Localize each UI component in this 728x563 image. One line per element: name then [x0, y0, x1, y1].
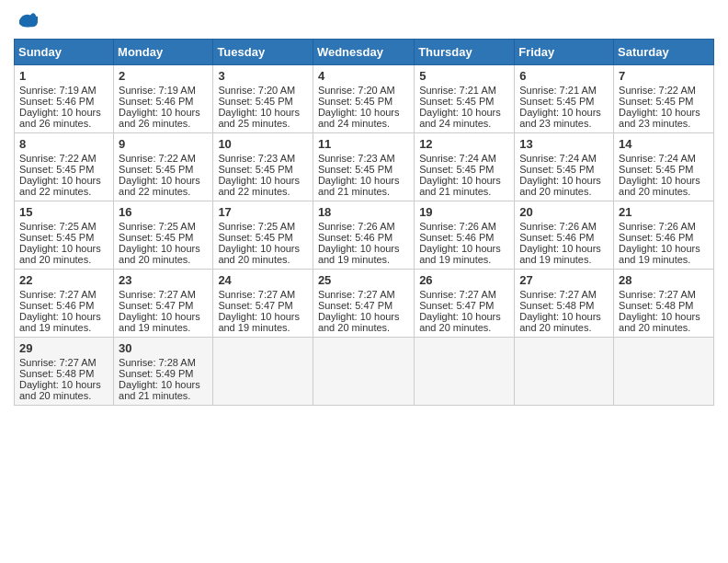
calendar-header: Sunday Monday Tuesday Wednesday Thursday… — [15, 40, 714, 65]
day-info: and 21 minutes. — [419, 186, 509, 197]
day-info: and 19 minutes. — [318, 254, 409, 265]
day-info: and 20 minutes. — [19, 254, 108, 265]
day-info: Sunrise: 7:27 AM — [19, 289, 108, 300]
day-info: Daylight: 10 hours — [119, 311, 208, 322]
day-number: 9 — [119, 137, 208, 151]
day-info: and 21 minutes. — [318, 186, 409, 197]
calendar-cell: 17Sunrise: 7:25 AMSunset: 5:45 PMDayligh… — [213, 201, 313, 270]
day-info: Sunset: 5:46 PM — [318, 232, 409, 243]
calendar-cell: 27Sunrise: 7:27 AMSunset: 5:48 PMDayligh… — [515, 270, 614, 338]
day-info: Daylight: 10 hours — [318, 311, 409, 322]
day-info: Sunrise: 7:26 AM — [619, 221, 709, 232]
col-thursday: Thursday — [415, 40, 515, 65]
day-info: Sunrise: 7:23 AM — [218, 153, 308, 164]
day-info: Sunrise: 7:24 AM — [519, 153, 609, 164]
calendar-week-1: 1Sunrise: 7:19 AMSunset: 5:46 PMDaylight… — [15, 65, 714, 133]
day-info: Sunrise: 7:21 AM — [419, 85, 509, 96]
day-info: Sunrise: 7:22 AM — [119, 153, 208, 164]
day-info: Sunset: 5:45 PM — [119, 232, 208, 243]
day-info: and 25 minutes. — [218, 118, 308, 129]
day-info: and 20 minutes. — [19, 390, 108, 401]
day-info: Sunset: 5:48 PM — [619, 300, 709, 311]
day-info: and 19 minutes. — [419, 254, 509, 265]
day-info: Sunrise: 7:25 AM — [218, 221, 308, 232]
day-info: Sunset: 5:47 PM — [318, 300, 409, 311]
day-info: Daylight: 10 hours — [19, 243, 108, 254]
day-info: Sunset: 5:45 PM — [19, 164, 108, 175]
day-info: Sunrise: 7:26 AM — [519, 221, 609, 232]
day-info: Sunset: 5:45 PM — [419, 96, 509, 107]
calendar-cell: 30Sunrise: 7:28 AMSunset: 5:49 PMDayligh… — [114, 338, 213, 406]
day-number: 29 — [19, 341, 108, 355]
calendar-cell: 2Sunrise: 7:19 AMSunset: 5:46 PMDaylight… — [114, 65, 213, 133]
calendar-cell: 16Sunrise: 7:25 AMSunset: 5:45 PMDayligh… — [114, 201, 213, 270]
day-number: 21 — [619, 205, 709, 219]
col-saturday: Saturday — [614, 40, 714, 65]
day-info: Sunrise: 7:24 AM — [419, 153, 509, 164]
day-info: Daylight: 10 hours — [218, 243, 308, 254]
day-info: Sunrise: 7:27 AM — [419, 289, 509, 300]
day-info: Sunset: 5:46 PM — [419, 232, 509, 243]
day-info: and 20 minutes. — [519, 322, 609, 333]
day-info: and 20 minutes. — [619, 322, 709, 333]
day-info: Sunrise: 7:23 AM — [318, 153, 409, 164]
day-info: Sunrise: 7:22 AM — [19, 153, 108, 164]
day-number: 25 — [318, 273, 409, 287]
calendar-cell: 4Sunrise: 7:20 AMSunset: 5:45 PMDaylight… — [313, 65, 414, 133]
day-number: 17 — [218, 205, 308, 219]
calendar-week-3: 15Sunrise: 7:25 AMSunset: 5:45 PMDayligh… — [15, 201, 714, 270]
day-info: Sunset: 5:45 PM — [119, 164, 208, 175]
day-info: Daylight: 10 hours — [218, 175, 308, 186]
day-info: Daylight: 10 hours — [519, 175, 609, 186]
day-info: Sunset: 5:48 PM — [519, 300, 609, 311]
calendar-cell: 18Sunrise: 7:26 AMSunset: 5:46 PMDayligh… — [313, 201, 414, 270]
day-info: and 26 minutes. — [119, 118, 208, 129]
calendar-cell: 10Sunrise: 7:23 AMSunset: 5:45 PMDayligh… — [213, 133, 313, 201]
calendar-cell: 22Sunrise: 7:27 AMSunset: 5:46 PMDayligh… — [15, 270, 114, 338]
day-info: Sunset: 5:46 PM — [19, 300, 108, 311]
day-number: 24 — [218, 273, 308, 287]
day-info: Sunset: 5:45 PM — [419, 164, 509, 175]
calendar-cell: 9Sunrise: 7:22 AMSunset: 5:45 PMDaylight… — [114, 133, 213, 201]
day-info: Daylight: 10 hours — [519, 243, 609, 254]
day-info: Sunset: 5:46 PM — [519, 232, 609, 243]
day-number: 20 — [519, 205, 609, 219]
day-info: Sunrise: 7:27 AM — [619, 289, 709, 300]
day-info: Daylight: 10 hours — [119, 243, 208, 254]
day-number: 27 — [519, 273, 609, 287]
day-info: and 19 minutes. — [119, 322, 208, 333]
day-number: 13 — [519, 137, 609, 151]
calendar-cell — [213, 338, 313, 406]
day-number: 15 — [19, 205, 108, 219]
day-number: 3 — [218, 69, 308, 83]
day-number: 28 — [619, 273, 709, 287]
calendar-week-5: 29Sunrise: 7:27 AMSunset: 5:48 PMDayligh… — [15, 338, 714, 406]
day-info: Sunset: 5:45 PM — [519, 96, 609, 107]
day-info: Daylight: 10 hours — [119, 175, 208, 186]
day-number: 12 — [419, 137, 509, 151]
day-info: Sunset: 5:49 PM — [119, 368, 208, 379]
calendar-cell: 20Sunrise: 7:26 AMSunset: 5:46 PMDayligh… — [515, 201, 614, 270]
day-number: 8 — [19, 137, 108, 151]
day-number: 23 — [119, 273, 208, 287]
day-info: Sunset: 5:45 PM — [318, 164, 409, 175]
day-info: and 23 minutes. — [519, 118, 609, 129]
calendar-cell: 25Sunrise: 7:27 AMSunset: 5:47 PMDayligh… — [313, 270, 414, 338]
calendar-cell: 23Sunrise: 7:27 AMSunset: 5:47 PMDayligh… — [114, 270, 213, 338]
calendar-cell: 8Sunrise: 7:22 AMSunset: 5:45 PMDaylight… — [15, 133, 114, 201]
day-info: Sunrise: 7:27 AM — [218, 289, 308, 300]
day-info: Daylight: 10 hours — [318, 243, 409, 254]
day-info: Sunset: 5:45 PM — [218, 232, 308, 243]
calendar-cell: 24Sunrise: 7:27 AMSunset: 5:47 PMDayligh… — [213, 270, 313, 338]
calendar-cell — [313, 338, 414, 406]
calendar-cell: 21Sunrise: 7:26 AMSunset: 5:46 PMDayligh… — [614, 201, 714, 270]
day-info: and 26 minutes. — [19, 118, 108, 129]
day-number: 26 — [419, 273, 509, 287]
day-info: Daylight: 10 hours — [519, 107, 609, 118]
day-info: Sunrise: 7:27 AM — [119, 289, 208, 300]
day-info: Daylight: 10 hours — [119, 379, 208, 390]
day-number: 18 — [318, 205, 409, 219]
calendar-cell — [415, 338, 515, 406]
day-number: 11 — [318, 137, 409, 151]
day-info: Sunrise: 7:28 AM — [119, 357, 208, 368]
